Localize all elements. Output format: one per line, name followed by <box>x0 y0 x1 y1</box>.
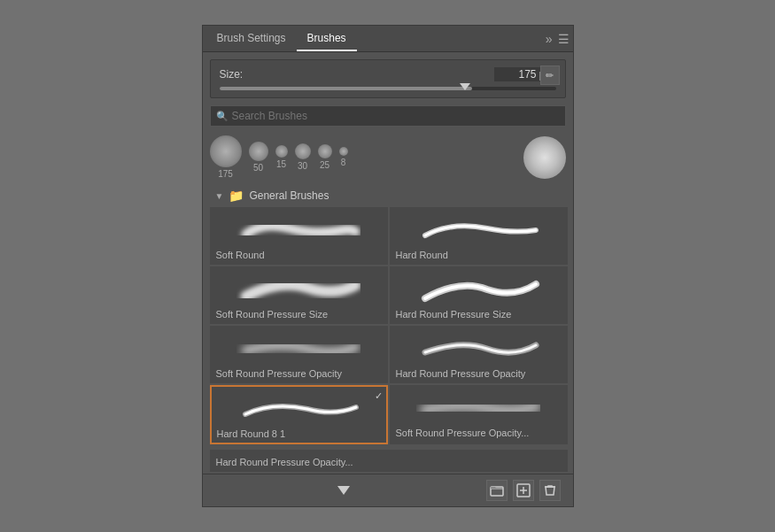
brush-soft-round-opacity[interactable]: Soft Round Pressure Opacity <box>210 326 388 383</box>
hard-round-pressure-opacity-name: Hard Round Pressure Opacity <box>396 368 562 379</box>
recent-brush-6-size: 8 <box>341 158 346 167</box>
size-section: Size: ✏ <box>210 59 566 98</box>
forward-icon[interactable]: » <box>546 32 553 46</box>
size-row: Size: <box>220 67 556 81</box>
selected-check-icon: ✓ <box>375 390 383 402</box>
brush-soft-round-pressure[interactable]: Soft Round Pressure Size <box>210 266 388 324</box>
new-folder-button[interactable] <box>486 480 508 501</box>
brush-hard-round-pressure-opacity[interactable]: Hard Round Pressure Opacity <box>390 326 568 383</box>
soft-round-opacity-name: Soft Round Pressure Opacity <box>216 368 382 379</box>
size-slider-thumb[interactable] <box>460 83 470 90</box>
brush-hard-round-pressure-size[interactable]: Hard Round Pressure Size <box>390 266 568 324</box>
search-section: 🔍 <box>210 105 566 127</box>
tab-icons: » ☰ <box>546 32 570 46</box>
tab-brushes[interactable]: Brushes <box>297 27 357 51</box>
edit-brush-icon[interactable]: ✏ <box>540 66 560 85</box>
soft-round-preview <box>216 212 382 247</box>
new-brush-button[interactable] <box>513 480 534 501</box>
soft-round-opacity-preview <box>216 330 382 366</box>
recent-brush-3[interactable]: 15 <box>275 145 288 169</box>
recent-brush-1[interactable]: 175 <box>210 135 242 179</box>
hard-round-preview <box>396 212 562 247</box>
hard-round-8-1-name: Hard Round 8 1 <box>217 428 381 439</box>
large-brush-preview <box>523 136 566 179</box>
delete-brush-button[interactable] <box>539 480 561 501</box>
recent-brush-4-size: 30 <box>298 161 307 171</box>
hard-round-pressure-size-name: Hard Round Pressure Size <box>396 309 562 320</box>
search-icon: 🔍 <box>216 111 229 122</box>
brush-hard-round-extra[interactable]: Hard Round Pressure Opacity... <box>210 450 568 472</box>
brush-hard-round[interactable]: Hard Round <box>390 207 568 265</box>
brush-hard-round-8-1[interactable]: Hard Round 8 1 ✓ <box>210 385 388 444</box>
recent-brush-6[interactable]: 8 <box>339 147 348 167</box>
brushes-container[interactable]: ▼ 📁 General Brushes Soft Round <box>203 184 573 474</box>
recent-brush-4[interactable]: 30 <box>295 143 311 171</box>
soft-round-pressure-name: Soft Round Pressure Size <box>216 309 382 320</box>
general-brushes-grid: Soft Round Hard Round <box>210 207 573 450</box>
soft-round-opacity2-name: Soft Round Pressure Opacity... <box>396 428 562 438</box>
soft-round-name: Soft Round <box>216 250 382 260</box>
footer-thumb-icon <box>337 486 350 495</box>
general-folder-icon: 📁 <box>229 189 244 203</box>
recent-brush-3-size: 15 <box>276 159 286 169</box>
panel-footer <box>203 474 573 506</box>
hard-round-name: Hard Round <box>396 250 562 260</box>
size-slider-track[interactable] <box>220 87 556 90</box>
recent-brushes-row: 175 50 15 30 25 8 <box>203 132 573 184</box>
recent-brush-2[interactable]: 50 <box>249 142 268 173</box>
recent-brush-5[interactable]: 25 <box>318 144 332 170</box>
brush-soft-round-opacity2[interactable]: Soft Round Pressure Opacity... <box>390 385 568 444</box>
size-label: Size: <box>220 68 244 81</box>
category-general-brushes[interactable]: ▼ 📁 General Brushes <box>210 184 573 207</box>
hard-round-8-1-preview <box>217 390 381 426</box>
general-expand-arrow: ▼ <box>215 191 224 201</box>
hard-round-pressure-opacity-preview <box>396 330 562 366</box>
recent-brush-2-size: 50 <box>253 163 263 173</box>
menu-icon[interactable]: ☰ <box>558 32 570 46</box>
soft-round-opacity2-preview <box>396 389 562 425</box>
brushes-panel: Brush Settings Brushes » ☰ Size: ✏ 🔍 175… <box>202 25 574 507</box>
hard-round-extra-name: Hard Round Pressure Opacity... <box>216 457 562 467</box>
hard-round-pressure-size-preview <box>396 271 562 306</box>
general-brushes-label: General Brushes <box>249 189 329 202</box>
recent-brush-5-size: 25 <box>320 160 329 170</box>
size-slider-fill <box>220 87 472 90</box>
recent-brush-1-size: 175 <box>218 169 233 179</box>
tab-brush-settings[interactable]: Brush Settings <box>206 27 297 51</box>
brush-soft-round[interactable]: Soft Round <box>210 207 388 265</box>
soft-round-pressure-preview <box>216 271 382 306</box>
search-input[interactable] <box>210 105 566 127</box>
panel-tabs: Brush Settings Brushes » ☰ <box>203 26 573 52</box>
